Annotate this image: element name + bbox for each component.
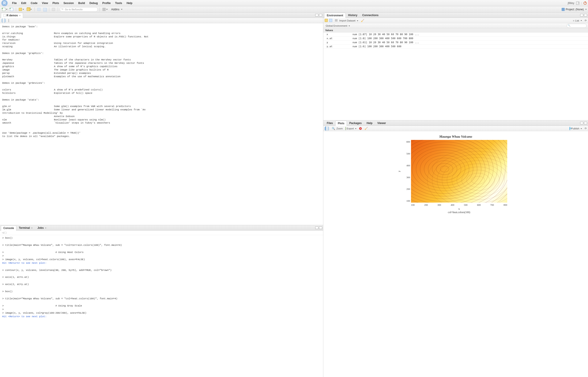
tab-packages[interactable]: Packages (347, 120, 364, 126)
env-section-values: Values (323, 28, 588, 33)
source-tab-label: R demos (7, 14, 18, 17)
scope-label: Global Environment (326, 24, 347, 27)
tab-files[interactable]: Files (324, 120, 335, 126)
tab-jobs[interactable]: Jobs× (35, 225, 49, 230)
source-text: Demos in package 'base': error.catching … (0, 23, 323, 140)
minimize-icon[interactable] (315, 14, 318, 16)
plot-title: Maunga Whau Volcano (439, 135, 472, 139)
menu-view[interactable]: View (40, 1, 50, 5)
env-row-x[interactable]: xnum [1:87] 10 20 30 40 50 60 70 80 90 1… (323, 33, 588, 36)
new-project-button[interactable] (9, 7, 14, 12)
print-button[interactable] (51, 7, 56, 12)
plot-ylabel: y (397, 171, 401, 172)
maximize-icon[interactable] (584, 122, 587, 124)
tab-console[interactable]: Console (1, 225, 16, 231)
env-search-input[interactable] (566, 24, 587, 28)
list-label: List (575, 19, 579, 22)
addins-label: Addins (111, 8, 119, 11)
goto-file-input[interactable]: Go to file/functio (60, 7, 98, 12)
project-label: Project: (None) (566, 8, 584, 11)
env-body: Values xnum [1:87] 10 20 30 40 50 60 70 … (323, 28, 588, 120)
clear-workspace-icon[interactable] (361, 19, 364, 22)
save-workspace-icon[interactable] (329, 19, 332, 22)
plot-prev-icon[interactable] (325, 127, 326, 130)
env-row-x-at[interactable]: x.atnum [1:8] 100 200 300 400 500 600 70… (323, 36, 588, 41)
remove-plot-icon[interactable]: × (359, 127, 362, 130)
tab-label: Jobs (37, 226, 44, 229)
import-dataset-button[interactable]: Import Dataset (335, 19, 358, 22)
minimize-icon[interactable] (580, 14, 583, 16)
maximize-icon[interactable] (319, 226, 322, 229)
menu-build[interactable]: Build (76, 1, 87, 5)
maximize-icon[interactable] (319, 14, 322, 16)
nav-back-icon[interactable] (1, 19, 3, 22)
environment-pane: EnvironmentHistoryConnections Import Dat… (323, 12, 588, 120)
publish-button[interactable]: Publish (569, 127, 582, 130)
show-in-window-icon[interactable] (9, 19, 9, 22)
env-var-name: y (323, 41, 350, 45)
new-file-button[interactable] (1, 7, 8, 12)
plot-xlabel: x (411, 207, 507, 211)
refresh-icon[interactable]: ⟳ (585, 19, 587, 22)
menu-file[interactable]: File (10, 1, 19, 5)
console-path: ~/ (0, 231, 323, 235)
project-selector[interactable]: Project: (None) (562, 8, 587, 11)
project-icon (562, 8, 565, 11)
source-body[interactable]: Demos in package 'base': error.catching … (0, 23, 323, 225)
console-window-icon[interactable] (4, 232, 7, 234)
tab-terminal[interactable]: Terminal× (16, 225, 35, 230)
signout-icon[interactable] (576, 1, 579, 5)
maximize-icon[interactable] (584, 14, 587, 16)
console-path-text: ~/ (2, 232, 4, 234)
env-var-desc: num [1:6] 100 200 300 400 500 600 (350, 45, 588, 48)
env-row-y[interactable]: ynum [1:61] 10 20 30 40 50 60 70 80 90 1… (323, 41, 588, 45)
scope-selector[interactable]: Global Environment (325, 24, 350, 27)
menu-code[interactable]: Code (28, 1, 40, 5)
menu-tools[interactable]: Tools (113, 1, 124, 5)
tab-connections[interactable]: Connections (360, 12, 381, 18)
menu-debug[interactable]: Debug (87, 1, 100, 5)
plot-canvas (411, 140, 507, 203)
close-icon[interactable]: × (45, 227, 46, 229)
menu-plots[interactable]: Plots (50, 1, 61, 5)
tab-environment[interactable]: Environment (324, 13, 345, 18)
tab-history[interactable]: History (346, 12, 360, 18)
menu-profile[interactable]: Profile (100, 1, 113, 5)
env-var-desc: num [1:8] 100 200 300 400 500 600 700 80… (350, 36, 588, 41)
addins-button[interactable]: Addins (109, 7, 124, 12)
open-file-button[interactable] (18, 7, 25, 12)
close-icon[interactable]: × (31, 227, 33, 229)
minimize-icon[interactable] (580, 122, 583, 124)
close-icon[interactable]: × (19, 14, 21, 17)
tab-viewer[interactable]: Viewer (375, 120, 388, 126)
main-toolbar: Go to file/functio Addins Project: (None… (0, 6, 588, 12)
env-var-desc: num [1:61] 10 20 30 40 50 60 70 80 90 10… (350, 41, 588, 45)
save-all-button[interactable] (42, 7, 47, 12)
menu-edit[interactable]: Edit (19, 1, 29, 5)
open-recent-button[interactable] (26, 7, 33, 12)
minimize-icon[interactable] (315, 226, 318, 229)
env-var-name: x.at (323, 36, 350, 41)
source-tab-rdemos[interactable]: R demos × (1, 13, 23, 18)
tab-plots[interactable]: Plots (335, 121, 347, 126)
menu-session[interactable]: Session (61, 1, 76, 5)
nav-fwd-icon[interactable] (4, 19, 6, 22)
user-label: jflilley (568, 1, 574, 5)
view-mode-list[interactable]: List (573, 19, 582, 22)
refresh-plot-icon[interactable]: ⟳ (585, 127, 587, 130)
env-row-y-at[interactable]: y.atnum [1:6] 100 200 300 400 500 600 (323, 45, 588, 48)
menubar: R FileEditCodeViewPlotsSessionBuildDebug… (0, 0, 588, 6)
menu-help[interactable]: Help (124, 1, 135, 5)
plot-yaxis: 600500400300200100 (403, 140, 410, 203)
save-button[interactable] (36, 7, 41, 12)
zoom-button[interactable]: Zoom (332, 127, 343, 130)
export-button[interactable]: Export (345, 127, 357, 130)
clear-plots-icon[interactable] (364, 127, 368, 130)
plot-next-icon[interactable] (328, 127, 329, 130)
load-workspace-icon[interactable] (325, 19, 328, 22)
console-body[interactable]: > box() > title(main="Maunga Whau Volcan… (0, 235, 323, 377)
power-icon[interactable] (584, 1, 587, 5)
tab-help[interactable]: Help (364, 120, 375, 126)
rstudio-logo: R (1, 0, 8, 6)
grid-icon[interactable] (102, 7, 109, 12)
